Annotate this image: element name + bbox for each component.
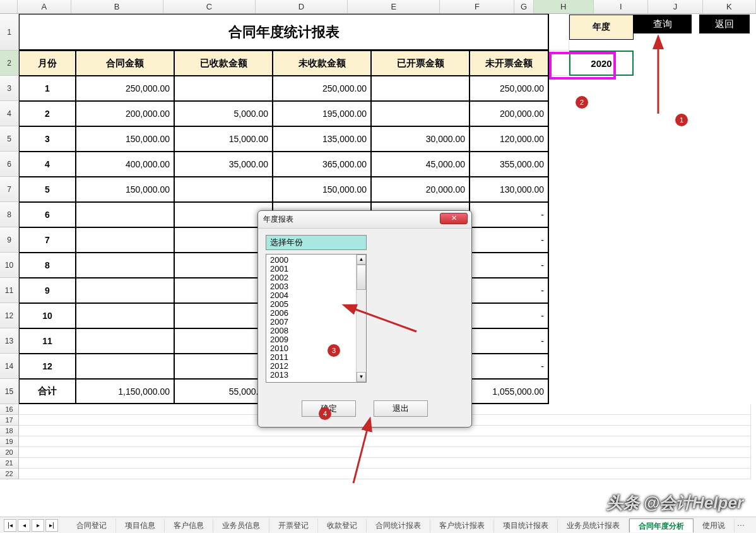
uninvoiced-cell[interactable]: 200,000.00 [470,101,549,126]
contract-cell[interactable] [76,328,174,354]
uninvoiced-cell[interactable]: - [470,202,549,227]
query-button[interactable]: 查询 [634,15,692,33]
uninvoiced-cell[interactable]: - [470,354,549,379]
sheet-tab[interactable]: 合同登记 [68,518,116,532]
scroll-thumb[interactable] [357,265,366,290]
invoiced-cell[interactable] [371,101,470,126]
unreceived-cell[interactable]: 195,000.00 [273,101,371,126]
row-header[interactable]: 12 [0,303,19,328]
row-header[interactable]: 4 [0,101,19,126]
uninvoiced-cell[interactable]: - [470,328,549,354]
month-cell[interactable]: 9 [19,278,76,303]
unreceived-cell[interactable]: 250,000.00 [273,76,371,101]
received-cell[interactable]: 35,000.00 [174,152,273,177]
listbox-scrollbar[interactable]: ▲ ▼ [356,255,366,382]
col-header[interactable]: C [163,0,256,13]
sheet-tab[interactable]: 客户统计报表 [430,518,494,532]
empty-cell[interactable] [19,458,751,469]
year-option[interactable]: 2005 [270,300,366,309]
uninvoiced-cell[interactable]: - [470,227,549,253]
uninvoiced-cell[interactable]: - [470,253,549,278]
col-header[interactable]: G [514,0,533,13]
row-header[interactable]: 19 [0,436,19,447]
year-option[interactable]: 2000 [270,256,366,265]
contract-cell[interactable]: 400,000.00 [76,152,174,177]
empty-cell[interactable] [549,51,569,76]
year-option[interactable]: 2002 [270,273,366,282]
col-header[interactable]: I [594,0,648,13]
col-header[interactable]: F [440,0,514,13]
month-cell[interactable]: 6 [19,202,76,227]
sheet-tab[interactable]: 使用说 [694,518,735,532]
col-header[interactable]: D [256,0,348,13]
year-listbox[interactable]: 2000200120022003200420052006200720082009… [266,254,367,383]
invoiced-cell[interactable]: 20,000.00 [371,177,470,202]
col-header[interactable]: A [18,0,71,13]
received-cell[interactable]: 15,000.00 [174,126,273,152]
month-cell[interactable]: 8 [19,253,76,278]
uninvoiced-cell[interactable]: 120,000.00 [470,126,549,152]
year-option[interactable]: 2008 [270,326,366,335]
row-header[interactable]: 3 [0,76,19,101]
row-header[interactable]: 7 [0,177,19,202]
row-header[interactable]: 2 [0,51,19,76]
row-header[interactable]: 22 [0,469,19,479]
row-header[interactable]: 13 [0,328,19,354]
month-cell[interactable]: 10 [19,303,76,328]
tab-nav-last[interactable]: ▸| [45,519,58,532]
year-option[interactable]: 2012 [270,362,366,371]
select-all-corner[interactable] [0,0,18,13]
month-cell[interactable]: 11 [19,328,76,354]
col-header[interactable]: B [71,0,163,13]
row-header[interactable]: 5 [0,126,19,152]
month-cell[interactable]: 4 [19,152,76,177]
sheet-tab[interactable]: 开票登记 [269,518,318,532]
col-header[interactable]: J [648,0,702,13]
row-header[interactable]: 20 [0,447,19,458]
row-header[interactable]: 14 [0,354,19,379]
empty-cell[interactable] [19,436,751,447]
invoiced-cell[interactable]: 45,000.00 [371,152,470,177]
contract-cell[interactable] [76,354,174,379]
year-option[interactable]: 2011 [270,353,366,362]
row-header[interactable]: 10 [0,253,19,278]
row-header[interactable]: 15 [0,379,19,404]
invoiced-cell[interactable]: 30,000.00 [371,126,470,152]
contract-cell[interactable]: 250,000.00 [76,76,174,101]
row-header[interactable]: 11 [0,278,19,303]
back-button[interactable]: 返回 [699,15,750,33]
contract-cell[interactable] [76,253,174,278]
year-option[interactable]: 2013 [270,371,366,380]
row-header[interactable]: 1 [0,14,19,51]
uninvoiced-cell[interactable]: - [470,303,549,328]
month-cell[interactable]: 1 [19,76,76,101]
year-option[interactable]: 2004 [270,291,366,300]
col-header[interactable]: K [703,0,756,13]
month-cell[interactable]: 12 [19,354,76,379]
empty-cell[interactable] [19,469,751,479]
month-cell[interactable]: 3 [19,126,76,152]
contract-cell[interactable]: 150,000.00 [76,126,174,152]
unreceived-cell[interactable]: 135,000.00 [273,126,371,152]
year-option[interactable]: 2010 [270,344,366,353]
received-cell[interactable]: 5,000.00 [174,101,273,126]
sheet-tab[interactable]: 业务员统计报表 [558,518,629,532]
col-header[interactable]: H [534,0,594,13]
sheet-tab[interactable]: 客户信息 [165,518,213,532]
tab-nav-next[interactable]: ▸ [32,519,44,532]
scroll-down-button[interactable]: ▼ [357,372,366,382]
tab-nav-first[interactable]: |◂ [4,519,16,532]
dialog-close-button[interactable]: ✕ [440,213,468,224]
uninvoiced-cell[interactable]: - [470,278,549,303]
year-option[interactable]: 2006 [270,309,366,318]
row-header[interactable]: 17 [0,415,19,426]
contract-cell[interactable]: 200,000.00 [76,101,174,126]
row-header[interactable]: 18 [0,426,19,436]
row-header[interactable]: 8 [0,202,19,227]
sheet-tab[interactable]: 合同年度分析 [629,518,694,532]
dialog-titlebar[interactable]: 年度报表 ✕ [258,211,471,229]
uninvoiced-cell[interactable]: 250,000.00 [470,76,549,101]
contract-cell[interactable] [76,227,174,253]
sheet-tab[interactable]: 业务员信息 [213,518,269,532]
sheet-tab[interactable]: 项目统计报表 [494,518,558,532]
